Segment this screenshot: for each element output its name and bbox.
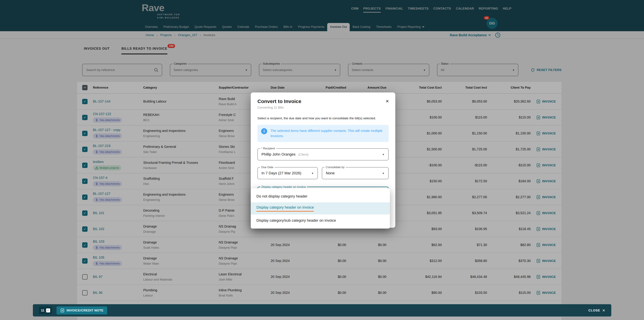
close-icon[interactable]: × bbox=[386, 98, 389, 104]
consolidate-by-select[interactable]: Consolidate by None ▼ bbox=[322, 167, 388, 179]
option-label: Do not display category header bbox=[256, 194, 308, 198]
option-label: Display category/sub category header on … bbox=[256, 218, 336, 223]
consolidate-by-label: Consolidate by bbox=[324, 166, 346, 169]
due-date-select[interactable]: Due Date In 7 Days (27 Mar 2026) ▼ bbox=[258, 167, 318, 179]
category-header-dropdown: Do not display category headerDisplay ca… bbox=[251, 188, 390, 228]
chevron-down-icon: ▼ bbox=[382, 153, 384, 156]
required-asterisk: * bbox=[261, 147, 262, 150]
info-alert: i The selected items have different supp… bbox=[258, 125, 388, 142]
consolidate-by-value: None bbox=[326, 171, 382, 175]
invoice-credit-note-button[interactable]: INVOICE/CREDIT NOTE bbox=[56, 306, 107, 314]
modal-field-row: Due Date In 7 Days (27 Mar 2026) ▼ Conso… bbox=[258, 167, 388, 179]
close-selection-button[interactable]: CLOSE × bbox=[588, 308, 605, 313]
chevron-down-icon: ▼ bbox=[382, 172, 384, 175]
close-icon: × bbox=[602, 308, 605, 313]
dropdown-option-display-category-header-on-invoice[interactable]: Display category header on invoice bbox=[251, 202, 390, 214]
invoice-plus-icon bbox=[60, 308, 64, 312]
close-label: CLOSE bbox=[588, 308, 600, 312]
invoice-credit-note-label: INVOICE/CREDIT NOTE bbox=[66, 308, 104, 312]
dropdown-option-do-not-display-category-header[interactable]: Do not display category header bbox=[251, 190, 390, 202]
selection-action-bar: 11 ✓ INVOICE/CREDIT NOTE CLOSE × bbox=[33, 304, 611, 316]
recipient-select[interactable]: * Recipient Phillip John Oranges (Client… bbox=[258, 148, 388, 160]
recipient-type-suffix: (Client) bbox=[298, 153, 308, 156]
recipient-value: Phillip John Oranges bbox=[262, 152, 296, 156]
modal-description: Select a recipient, the due date and how… bbox=[258, 116, 388, 120]
chevron-down-icon: ▼ bbox=[311, 172, 314, 175]
app-window: Rave SOFTWARE FOR KIWI BUILDERS CRMPROJE… bbox=[0, 0, 644, 320]
info-icon: i bbox=[261, 128, 267, 134]
due-date-value: In 7 Days (27 Mar 2026) bbox=[262, 171, 311, 175]
modal-subtitle: Converting 11 Bills bbox=[258, 106, 388, 109]
checkbox-icon: ✓ bbox=[46, 308, 50, 312]
selected-count: 11 bbox=[41, 308, 44, 312]
modal-title: Convert to Invoice bbox=[258, 99, 388, 104]
info-alert-text: The selected items have different suppli… bbox=[270, 128, 385, 139]
due-date-label: Due Date bbox=[260, 166, 274, 169]
option-label: Display category header on invoice bbox=[256, 205, 314, 212]
selected-count-box[interactable]: 11 ✓ bbox=[39, 306, 52, 314]
dropdown-option-display-category-sub-category-header-on-invoice[interactable]: Display category/sub category header on … bbox=[251, 214, 390, 226]
recipient-label: * Recipient bbox=[260, 147, 276, 150]
category-header-label: Display category header on invoice bbox=[260, 185, 307, 189]
